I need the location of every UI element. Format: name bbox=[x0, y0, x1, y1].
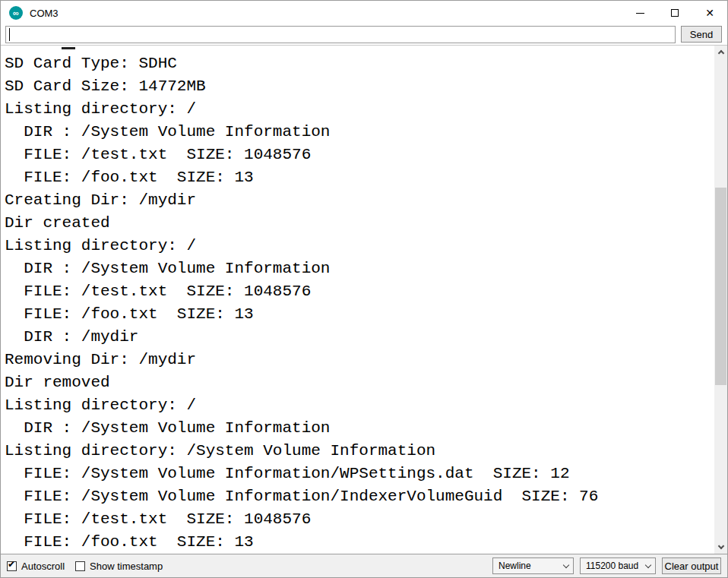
clear-output-button[interactable]: Clear output bbox=[662, 557, 721, 574]
text-caret bbox=[9, 28, 10, 41]
minimize-button[interactable] bbox=[622, 1, 657, 25]
send-input[interactable] bbox=[5, 26, 676, 43]
send-button[interactable]: Send bbox=[681, 26, 722, 43]
autoscroll-checkbox[interactable]: ✔ bbox=[7, 561, 17, 571]
show-timestamp-checkbox[interactable]: ✔ bbox=[75, 561, 85, 571]
show-timestamp-label: Show timestamp bbox=[90, 561, 163, 572]
chevron-down-icon bbox=[645, 561, 651, 567]
maximize-button[interactable] bbox=[657, 1, 692, 25]
send-row: Send bbox=[1, 25, 727, 45]
close-icon: ✕ bbox=[705, 8, 714, 18]
scrollbar-thumb[interactable] bbox=[715, 188, 726, 385]
clipped-line-fragment bbox=[62, 47, 75, 49]
serial-output-text: SD Card Type: SDHC SD Card Size: 14772MB… bbox=[1, 46, 727, 554]
autoscroll-toggle[interactable]: ✔ Autoscroll bbox=[7, 561, 65, 572]
minimize-icon bbox=[636, 13, 644, 14]
scroll-down-button[interactable] bbox=[714, 541, 727, 554]
baud-rate-value: 115200 baud bbox=[586, 561, 646, 571]
autoscroll-label: Autoscroll bbox=[21, 561, 65, 572]
chevron-down-icon bbox=[717, 543, 723, 549]
line-ending-select[interactable]: Newline bbox=[492, 557, 574, 574]
window-title: COM3 bbox=[30, 8, 59, 19]
close-button[interactable]: ✕ bbox=[692, 1, 727, 25]
baud-rate-select[interactable]: 115200 baud bbox=[580, 557, 656, 574]
chevron-up-icon bbox=[717, 50, 723, 56]
arduino-infinity-icon: ∞ bbox=[9, 6, 23, 20]
window-controls: ✕ bbox=[622, 1, 727, 25]
serial-output-area[interactable]: SD Card Type: SDHC SD Card Size: 14772MB… bbox=[1, 45, 727, 554]
send-input-wrap bbox=[5, 26, 676, 43]
scroll-up-button[interactable] bbox=[714, 46, 727, 58]
maximize-icon bbox=[671, 9, 679, 17]
vertical-scrollbar[interactable] bbox=[714, 46, 727, 554]
status-bar: ✔ Autoscroll ✔ Show timestamp Newline 11… bbox=[1, 554, 727, 577]
arduino-infinity-glyph: ∞ bbox=[13, 9, 19, 17]
chevron-down-icon bbox=[563, 561, 569, 567]
show-timestamp-toggle[interactable]: ✔ Show timestamp bbox=[75, 561, 163, 572]
titlebar: ∞ COM3 ✕ bbox=[1, 1, 727, 25]
serial-monitor-window: ∞ COM3 ✕ Send SD Card Type: SDHC SD Card… bbox=[0, 0, 728, 578]
line-ending-value: Newline bbox=[499, 561, 564, 571]
check-icon: ✔ bbox=[8, 560, 15, 569]
